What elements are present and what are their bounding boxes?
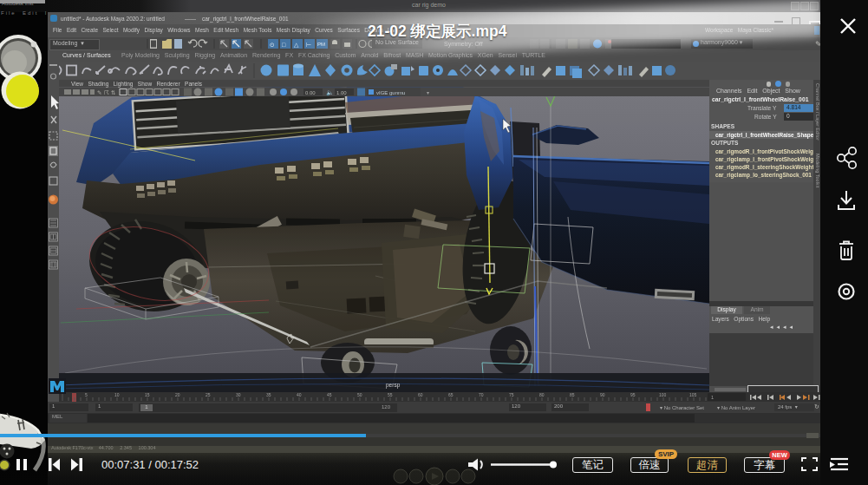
svg-text:1: 1 <box>711 395 714 400</box>
svg-text:60: 60 <box>418 392 423 397</box>
svg-text:70: 70 <box>479 392 484 397</box>
svg-text:100: 100 <box>659 392 667 397</box>
svg-text:95: 95 <box>630 392 636 397</box>
svg-text:⊢: ⊢ <box>306 42 311 48</box>
svg-text:80: 80 <box>539 392 545 397</box>
svg-text:1.00: 1.00 <box>336 90 347 95</box>
svg-text:45: 45 <box>327 392 332 397</box>
svg-text:PM: PM <box>317 42 325 47</box>
svg-text:View Shading Lighting Sh: View Shading Lighting Show Renderer Pane… <box>71 81 203 88</box>
svg-text:55: 55 <box>388 392 393 397</box>
svg-text:90: 90 <box>600 392 605 397</box>
svg-text:⇅: ⇅ <box>111 89 116 95</box>
svg-text:25: 25 <box>206 392 211 397</box>
svg-text:vIGE gunmu: vIGE gunmu <box>376 90 405 95</box>
svg-text:5: 5 <box>85 392 88 397</box>
svg-text:⊙: ⊙ <box>270 42 275 48</box>
svg-text:35: 35 <box>266 392 271 397</box>
svg-text:40: 40 <box>297 392 302 397</box>
svg-text:persp: persp <box>386 382 401 389</box>
svg-text:20: 20 <box>175 392 180 397</box>
svg-text:✎: ✎ <box>97 89 101 95</box>
svg-text:15: 15 <box>145 392 150 397</box>
svg-text:50: 50 <box>357 392 362 397</box>
svg-text:105: 105 <box>689 392 697 397</box>
svg-text:85: 85 <box>570 392 575 397</box>
svg-text:0.00: 0.00 <box>305 90 316 95</box>
svg-text:10: 10 <box>114 392 120 397</box>
svg-text:△: △ <box>294 42 299 48</box>
svg-text:65: 65 <box>448 392 454 397</box>
svg-text:30: 30 <box>236 392 241 397</box>
svg-text:▾: ▾ <box>427 90 429 95</box>
svg-text:☈: ☈ <box>104 89 109 95</box>
svg-text:75: 75 <box>509 392 514 397</box>
svg-text:🔈: 🔈 <box>326 88 334 96</box>
